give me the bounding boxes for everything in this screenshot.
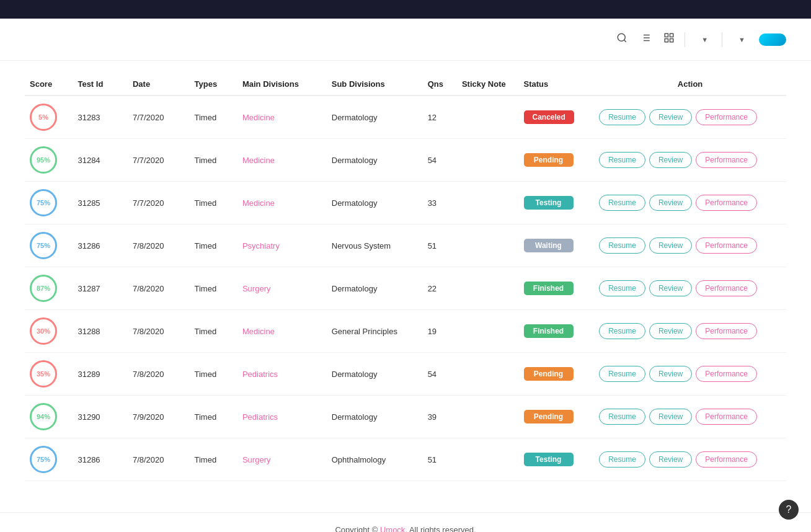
test-id-cell: 31283 [73, 95, 128, 139]
list-view-button[interactable] [637, 30, 654, 49]
performance-button[interactable]: Performance [696, 152, 757, 168]
action-cell: ResumeReviewPerformance [594, 438, 786, 481]
sticky-note-cell [457, 267, 519, 310]
action-cell: ResumeReviewPerformance [594, 310, 786, 353]
col-score: Score [25, 73, 73, 95]
review-button[interactable]: Review [649, 237, 692, 254]
col-subdiv: Sub Divisions [327, 73, 423, 95]
type-cell: Timed [190, 396, 237, 438]
grid-icon [663, 32, 675, 43]
resume-button[interactable]: Resume [599, 195, 645, 211]
qns-cell: 51 [423, 438, 457, 481]
score-circle: 75% [30, 189, 57, 216]
review-button[interactable]: Review [649, 451, 692, 468]
review-button[interactable]: Review [649, 409, 692, 425]
resume-button[interactable]: Resume [599, 109, 645, 125]
footer: Copyright © Umock. All rights reserved. [0, 512, 811, 532]
table-row: 75%312867/8/2020TimedPsychiatryNervous S… [25, 224, 786, 267]
resume-button[interactable]: Resume [599, 451, 645, 468]
date-cell: 7/7/2020 [128, 95, 190, 139]
action-cell: ResumeReviewPerformance [594, 95, 786, 139]
sub-division-cell: Ophthalmology [327, 438, 423, 481]
type-cell: Timed [190, 182, 237, 224]
status-badge: Pending [524, 153, 574, 167]
col-status: Status [519, 73, 595, 95]
col-qns: Qns [423, 73, 457, 95]
create-test-button[interactable] [759, 33, 786, 46]
review-button[interactable]: Review [649, 109, 692, 125]
date-cell: 7/8/2020 [128, 267, 190, 310]
status-cell: Waiting [519, 224, 595, 267]
search-button[interactable] [614, 30, 630, 49]
search-icon [616, 32, 627, 43]
status-badge: Pending [524, 367, 574, 381]
status-badge: Testing [524, 453, 574, 466]
action-cell: ResumeReviewPerformance [594, 267, 786, 310]
sticky-note-cell [457, 182, 519, 224]
performance-button[interactable]: Performance [696, 195, 757, 211]
grid-view-button[interactable] [661, 30, 677, 49]
main-division-cell: Pediatrics [237, 396, 327, 438]
type-cell: Timed [190, 224, 237, 267]
qns-cell: 19 [423, 310, 457, 353]
performance-button[interactable]: Performance [696, 237, 757, 254]
status-badge: Finished [524, 324, 574, 338]
qns-cell: 54 [423, 139, 457, 182]
date-cell: 7/7/2020 [128, 139, 190, 182]
table-row: 5%312837/7/2020TimedMedicineDermatology1… [25, 95, 786, 139]
score-cell: 94% [25, 396, 73, 438]
action-cell: ResumeReviewPerformance [594, 353, 786, 396]
qns-cell: 12 [423, 95, 457, 139]
review-button[interactable]: Review [649, 280, 692, 296]
help-button[interactable]: ? [779, 500, 799, 520]
qns-cell: 54 [423, 353, 457, 396]
main-division-cell: Medicine [237, 182, 327, 224]
review-button[interactable]: Review [649, 323, 692, 339]
performance-button[interactable]: Performance [696, 366, 757, 382]
score-cell: 87% [25, 267, 73, 310]
type-cell: Timed [190, 267, 237, 310]
resume-button[interactable]: Resume [599, 280, 645, 296]
sticky-note-cell [457, 95, 519, 139]
layout-option-dropdown[interactable]: ▼ [730, 32, 751, 47]
chevron-down-icon2: ▼ [738, 36, 745, 43]
brand-link[interactable]: Umock [380, 525, 405, 532]
main-division-cell: Surgery [237, 438, 327, 481]
performance-button[interactable]: Performance [696, 323, 757, 339]
status-badge: Testing [524, 196, 574, 210]
test-id-cell: 31289 [73, 353, 128, 396]
header-controls: ▼ ▼ [614, 30, 786, 49]
resume-button[interactable]: Resume [599, 366, 645, 382]
col-date: Date [128, 73, 190, 95]
test-id-cell: 31285 [73, 182, 128, 224]
performance-button[interactable]: Performance [696, 109, 757, 125]
user-preference-dropdown[interactable]: ▼ [693, 32, 714, 47]
table-row: 35%312897/8/2020TimedPediatricsDermatolo… [25, 353, 786, 396]
table-container: Score Test Id Date Types Main Divisions … [0, 61, 811, 506]
main-division-cell: Surgery [237, 267, 327, 310]
performance-button[interactable]: Performance [696, 280, 757, 296]
status-cell: Canceled [519, 95, 595, 139]
action-group: ResumeReviewPerformance [599, 195, 781, 211]
sub-division-cell: Nervous System [327, 224, 423, 267]
status-cell: Testing [519, 182, 595, 224]
date-cell: 7/8/2020 [128, 224, 190, 267]
score-cell: 30% [25, 310, 73, 353]
performance-button[interactable]: Performance [696, 451, 757, 468]
main-division-cell: Medicine [237, 95, 327, 139]
resume-button[interactable]: Resume [599, 409, 645, 425]
performance-button[interactable]: Performance [696, 409, 757, 425]
score-circle: 75% [30, 446, 57, 473]
review-button[interactable]: Review [649, 195, 692, 211]
status-cell: Testing [519, 438, 595, 481]
table-row: 75%312867/8/2020TimedSurgeryOphthalmolog… [25, 438, 786, 481]
resume-button[interactable]: Resume [599, 237, 645, 254]
resume-button[interactable]: Resume [599, 323, 645, 339]
resume-button[interactable]: Resume [599, 152, 645, 168]
sub-division-cell: Dermatology [327, 95, 423, 139]
col-stickynote: Sticky Note [457, 73, 519, 95]
status-badge: Pending [524, 410, 574, 423]
review-button[interactable]: Review [649, 366, 692, 382]
review-button[interactable]: Review [649, 152, 692, 168]
divider2 [722, 32, 722, 47]
